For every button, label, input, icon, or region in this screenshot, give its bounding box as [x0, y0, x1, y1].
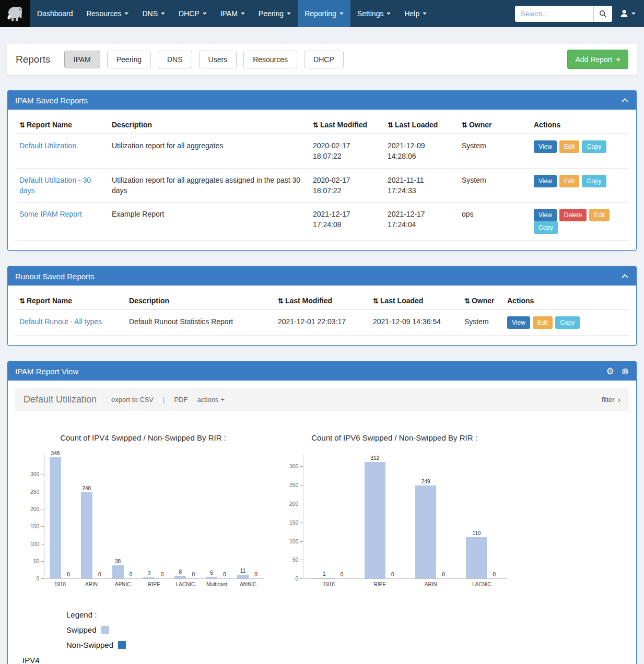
nav-item-label: Dashboard	[37, 9, 73, 18]
bar-value-label: 0	[254, 572, 257, 577]
ipv4-bar-chart: Count of IPV4 Swipped / Non-Swipped By R…	[22, 433, 264, 587]
bar-value-label: 348	[51, 450, 60, 456]
nav-item-dhcp[interactable]: DHCP	[172, 0, 214, 27]
page-title: Reports	[16, 54, 51, 65]
bar-column: 8	[174, 454, 186, 578]
tab-dhcp[interactable]: DHCP	[304, 51, 344, 68]
col-header-last-modified[interactable]: ⇅Last Modified	[309, 116, 383, 134]
filter-chevron-icon: ›	[618, 395, 620, 405]
bar-swipped	[415, 485, 436, 578]
copy-button[interactable]: Copy	[555, 316, 579, 329]
add-report-button[interactable]: Add Report +	[567, 50, 628, 69]
bar-group-lacnic: 80	[174, 454, 196, 578]
tab-users[interactable]: Users	[199, 51, 237, 68]
bar-value-label: 0	[341, 572, 344, 577]
mammoth-logo-icon	[5, 3, 26, 24]
bar-column: 0	[128, 454, 134, 578]
app-logo[interactable]	[0, 0, 30, 27]
cell-owner: ops	[458, 203, 530, 241]
bar-column: 248	[81, 454, 92, 578]
edit-button[interactable]: Edit	[589, 209, 610, 221]
gear-icon: ⚙	[606, 367, 614, 376]
bar-column: 0	[440, 454, 447, 578]
report-link[interactable]: Default Utilization	[19, 141, 76, 150]
report-link[interactable]: Default Runout - All types	[19, 317, 102, 326]
toolbar-link-actions[interactable]: actions +	[197, 396, 224, 404]
add-report-label: Add Report	[575, 55, 612, 64]
y-tick-mark	[300, 485, 303, 485]
plus-icon: +	[616, 55, 620, 64]
view-button[interactable]: View	[534, 175, 557, 187]
nav-item-help[interactable]: Help	[397, 0, 434, 27]
bar-group-arin: 2480	[81, 454, 103, 578]
col-header-last-modified[interactable]: ⇅Last Modified	[274, 292, 369, 310]
tab-dns[interactable]: DNS	[158, 51, 192, 68]
nav-item-label: Reporting	[305, 9, 336, 18]
delete-button[interactable]: Delete	[559, 209, 587, 221]
nav-item-label: Settings	[357, 9, 384, 18]
cell-last-modified: 2020-02-17 18:07:22	[309, 134, 383, 169]
nav-item-dns[interactable]: DNS	[135, 0, 172, 27]
y-tick-label: 50	[292, 557, 298, 563]
nav-item-resources[interactable]: Resources	[80, 0, 136, 27]
x-axis-labels: 1918RIPEARINLACNIC	[303, 582, 507, 587]
bar-swipped	[174, 576, 186, 578]
edit-button[interactable]: Edit	[533, 316, 553, 329]
col-header-report-name[interactable]: ⇅Report Name	[15, 292, 125, 310]
report-link[interactable]: Some IPAM Report	[19, 210, 82, 218]
bar-value-label: 8	[179, 569, 182, 575]
bar-column: 0	[159, 454, 165, 578]
y-tick-label: 50	[33, 559, 39, 564]
bar-value-label: 3	[148, 571, 151, 576]
bar-column: 3	[143, 454, 155, 578]
col-header-actions: Actions	[503, 292, 629, 310]
tab-resources[interactable]: Resources	[243, 51, 297, 68]
view-button[interactable]: View	[534, 209, 557, 221]
search-input[interactable]	[515, 6, 593, 22]
y-tick-mark	[41, 526, 44, 527]
view-button[interactable]: View	[507, 316, 530, 329]
close-panel-button[interactable]: ⊗	[622, 367, 629, 376]
toolbar-link-export-to-csv[interactable]: export to CSV	[111, 396, 154, 404]
toolbar-link-pdf[interactable]: PDF	[174, 396, 188, 404]
nav-right	[515, 0, 644, 27]
legend-swatch	[118, 641, 126, 649]
nav-item-ipam[interactable]: IPAM	[214, 0, 252, 27]
settings-button[interactable]: ⚙	[606, 367, 614, 376]
y-tick-label: 250	[30, 489, 39, 495]
edit-button[interactable]: Edit	[559, 140, 580, 153]
collapse-button[interactable]	[621, 274, 629, 279]
nav-item-dashboard[interactable]: Dashboard	[30, 0, 80, 27]
col-header-owner[interactable]: ⇅Owner	[460, 292, 503, 310]
copy-button[interactable]: Copy	[582, 175, 606, 187]
ipam-reports-table: ⇅Report NameDescription⇅Last Modified⇅La…	[15, 116, 629, 241]
report-link[interactable]: Default Utilization - 30 days	[19, 176, 91, 195]
cell-owner: System	[458, 134, 530, 169]
nav-item-reporting[interactable]: Reporting	[298, 0, 350, 27]
x-axis-label: RIPE	[138, 582, 170, 587]
user-menu[interactable]	[619, 9, 636, 18]
cell-description: Utilization report for all aggregates as…	[108, 168, 309, 203]
search-button[interactable]	[593, 6, 612, 22]
copy-button[interactable]: Copy	[534, 221, 558, 234]
view-button[interactable]: View	[534, 140, 557, 153]
runout-reports-table: ⇅Report NameDescription⇅Last Modified⇅La…	[15, 292, 629, 336]
copy-button[interactable]: Copy	[582, 140, 606, 153]
cell-report-name: Some IPAM Report	[15, 203, 108, 241]
col-header-last-loaded[interactable]: ⇅Last Loaded	[383, 116, 458, 134]
cell-last-loaded: 2021-12-09 14:36:54	[369, 310, 460, 336]
bar-column: 5	[206, 454, 217, 578]
panel-title: Runout Saved Reports	[15, 272, 95, 281]
col-header-owner[interactable]: ⇅Owner	[458, 116, 530, 134]
col-header-report-name[interactable]: ⇅Report Name	[15, 116, 108, 134]
tab-ipam[interactable]: IPAM	[64, 51, 100, 68]
bar-column: 0	[253, 454, 259, 578]
col-header-last-loaded[interactable]: ⇅Last Loaded	[369, 292, 460, 310]
collapse-button[interactable]	[621, 98, 629, 103]
nav-item-peering[interactable]: Peering	[252, 0, 298, 27]
edit-button[interactable]: Edit	[559, 175, 580, 187]
tab-peering[interactable]: Peering	[107, 51, 151, 68]
bar-column: 0	[221, 454, 228, 578]
filter-toggle[interactable]: filter ›	[602, 395, 620, 405]
nav-item-settings[interactable]: Settings	[350, 0, 398, 27]
